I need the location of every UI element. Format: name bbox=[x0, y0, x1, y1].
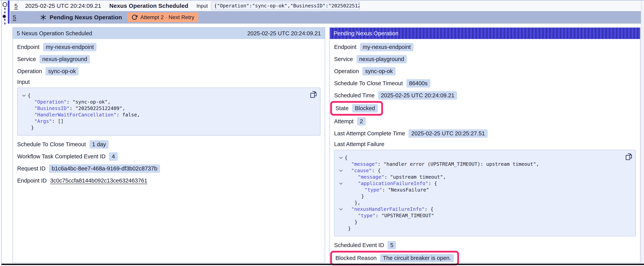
timeline-open-circle-icon bbox=[2, 2, 7, 7]
field-label: Endpoint ID bbox=[17, 177, 47, 184]
event-row-scheduled[interactable]: 5 2025-02-25 UTC 20:24:09.21 Nexus Opera… bbox=[10, 1, 641, 11]
field-row-workflow-task-completed-event-id: Workflow Task Completed Event ID4 bbox=[17, 152, 320, 161]
field-label: Endpoint bbox=[17, 44, 40, 50]
highlight-annotation-box: StateBlocked bbox=[330, 101, 383, 116]
copy-icon[interactable] bbox=[625, 152, 633, 161]
json-line-text: } bbox=[28, 125, 34, 130]
json-line: "Args": [] bbox=[20, 118, 316, 124]
json-line: } bbox=[337, 219, 632, 225]
json-line-text: "applicationFailureInfo": { bbox=[344, 181, 437, 186]
field-row-operation: Operationsync-op-ok bbox=[17, 67, 320, 76]
json-line-text: "type": "UPSTREAM_TIMEOUT" bbox=[344, 213, 434, 218]
json-line: } bbox=[337, 193, 632, 199]
field-label: Scheduled Event ID bbox=[334, 242, 384, 248]
field-row-blocked-reason: Blocked ReasonThe circuit breaker is ope… bbox=[334, 253, 636, 263]
json-line: }, bbox=[337, 199, 632, 206]
highlight-annotation-box: Blocked ReasonThe circuit breaker is ope… bbox=[330, 251, 459, 265]
input-preview-chip[interactable]: {"Operation":"sync-op-ok","BusinessID":"… bbox=[211, 2, 360, 10]
field-value-link[interactable]: 3c0c75ccfa8144b092c13ce632463761 bbox=[50, 177, 147, 184]
page-left-border bbox=[1, 0, 2, 266]
retry-icon bbox=[131, 14, 138, 21]
field-value-chip: 2 bbox=[357, 117, 366, 126]
field-label: Endpoint bbox=[334, 44, 356, 50]
pending-asterisk-icon bbox=[40, 14, 46, 21]
field-row-schedule-to-close-timeout: Schedule To Close Timeout86400s bbox=[334, 79, 636, 88]
scrollbar-track[interactable] bbox=[641, 1, 644, 264]
field-value-chip: sync-op-ok bbox=[362, 67, 396, 76]
json-line: "cause": { bbox=[337, 167, 632, 174]
panel-title: Pending Nexus Operation bbox=[334, 30, 398, 37]
field-value-chip: 4 bbox=[109, 152, 118, 161]
field-label: Schedule To Close Timeout bbox=[334, 80, 403, 87]
field-row-last-attempt-complete-time: Last Attempt Complete Time2025-02-25 UTC… bbox=[334, 129, 636, 138]
json-line: { bbox=[20, 92, 316, 99]
field-value-chip: 1 day bbox=[90, 140, 109, 149]
field-row-request-id: Request IDb1c6a4bc-8ee7-468a-9169-df3b02… bbox=[17, 164, 320, 173]
field-label: Workflow Task Completed Event ID bbox=[17, 153, 106, 160]
json-line-text: "nexusHandlerFailureInfo": { bbox=[344, 206, 433, 212]
json-line-text: } bbox=[344, 193, 364, 199]
chevron-down-icon[interactable] bbox=[337, 169, 344, 172]
workflow-history-page: 5 2025-02-25 UTC 20:24:09.21 Nexus Opera… bbox=[0, 0, 644, 266]
field-label: Blocked Reason bbox=[336, 255, 376, 261]
input-section-label: Input bbox=[17, 79, 320, 85]
copy-icon[interactable] bbox=[310, 90, 317, 99]
input-label: Input bbox=[196, 3, 208, 9]
pending-panel-header: Pending Nexus Operation bbox=[330, 28, 640, 39]
field-value-chip: nexus-playground bbox=[40, 55, 90, 63]
field-label: Attempt bbox=[334, 118, 354, 125]
field-label: Operation bbox=[17, 68, 42, 75]
chevron-down-icon[interactable] bbox=[337, 208, 344, 211]
field-value-chip: Blocked bbox=[352, 104, 378, 113]
failure-json-viewer: {"message": "handler error (UPSTREAM_TIM… bbox=[334, 150, 636, 236]
json-line: } bbox=[20, 124, 316, 131]
chevron-down-icon[interactable] bbox=[337, 156, 344, 159]
pending-panel-body: Endpointmy-nexus-endpointServicenexus-pl… bbox=[330, 39, 640, 266]
json-line-text: } bbox=[344, 226, 351, 231]
json-line: "message": "upstream timeout", bbox=[337, 174, 632, 180]
json-line-text: "message": "handler error (UPSTREAM_TIME… bbox=[344, 161, 539, 167]
event-id-link[interactable]: 5 bbox=[13, 14, 16, 21]
retry-badge-label: Attempt 2 · Next Retry bbox=[140, 14, 194, 21]
scheduled-event-panel: 5 Nexus Operation Scheduled 2025-02-25 U… bbox=[12, 27, 325, 263]
window-bottom-edge bbox=[2, 264, 644, 265]
event-timestamp: 2025-02-25 UTC 20:24:09.21 bbox=[25, 3, 101, 9]
field-label: Last Attempt Complete Time bbox=[334, 130, 405, 137]
json-line-text: "HandlerWaitForCancellation": false, bbox=[28, 112, 140, 118]
json-line: { bbox=[337, 154, 632, 161]
field-row-service: Servicenexus-playground bbox=[334, 55, 636, 64]
field-label: Service bbox=[334, 56, 353, 62]
chevron-down-icon[interactable] bbox=[20, 94, 28, 97]
field-row-endpoint: Endpointmy-nexus-endpoint bbox=[17, 43, 320, 52]
json-line-text: }, bbox=[344, 200, 360, 205]
event-id-link[interactable]: 5 bbox=[14, 3, 18, 9]
retry-status-badge: Attempt 2 · Next Retry bbox=[128, 13, 198, 22]
json-line-text: } bbox=[344, 219, 358, 225]
json-line-text: { bbox=[28, 93, 30, 98]
field-row-service: Servicenexus-playground bbox=[17, 55, 320, 64]
field-value-chip: 86400s bbox=[406, 79, 430, 88]
field-row-state: StateBlocked bbox=[334, 103, 636, 114]
json-line-text: "BusinessID": "20250225122409", bbox=[28, 106, 125, 111]
input-json-viewer: {"Operation": "sync-op-ok","BusinessID":… bbox=[17, 88, 320, 136]
field-value-chip: my-nexus-endpoint bbox=[43, 43, 97, 51]
scheduled-panel-header: 5 Nexus Operation Scheduled 2025-02-25 U… bbox=[13, 28, 325, 39]
field-value-chip: my-nexus-endpoint bbox=[360, 43, 414, 51]
field-row-attempt: Attempt2 bbox=[334, 117, 636, 126]
event-row-pending[interactable]: 5 Pending Nexus Operation Attempt 2 · Ne… bbox=[10, 11, 641, 24]
panel-title: 5 Nexus Operation Scheduled bbox=[17, 30, 92, 37]
json-line-text: "cause": { bbox=[344, 168, 381, 173]
field-label: Request ID bbox=[17, 165, 46, 172]
json-line: "HandlerWaitForCancellation": false, bbox=[20, 112, 316, 118]
panel-timestamp: 2025-02-25 UTC 20:24:09.21 bbox=[247, 30, 321, 37]
json-line: "applicationFailureInfo": { bbox=[337, 180, 632, 187]
field-value-chip: The circuit breaker is open. bbox=[380, 254, 454, 262]
json-line-text: "Args": [] bbox=[28, 118, 64, 124]
failure-section-label: Last Attempt Failure bbox=[334, 141, 636, 147]
field-row-endpoint-id: Endpoint ID3c0c75ccfa8144b092c13ce632463… bbox=[17, 176, 320, 185]
field-value-chip: 2025-02-25 UTC 20:25:27.51 bbox=[408, 129, 488, 138]
field-label: State bbox=[336, 105, 349, 112]
field-label: Scheduled Time bbox=[334, 92, 375, 99]
chevron-down-icon[interactable] bbox=[337, 182, 344, 185]
json-line: "type": "UPSTREAM_TIMEOUT" bbox=[337, 212, 632, 219]
